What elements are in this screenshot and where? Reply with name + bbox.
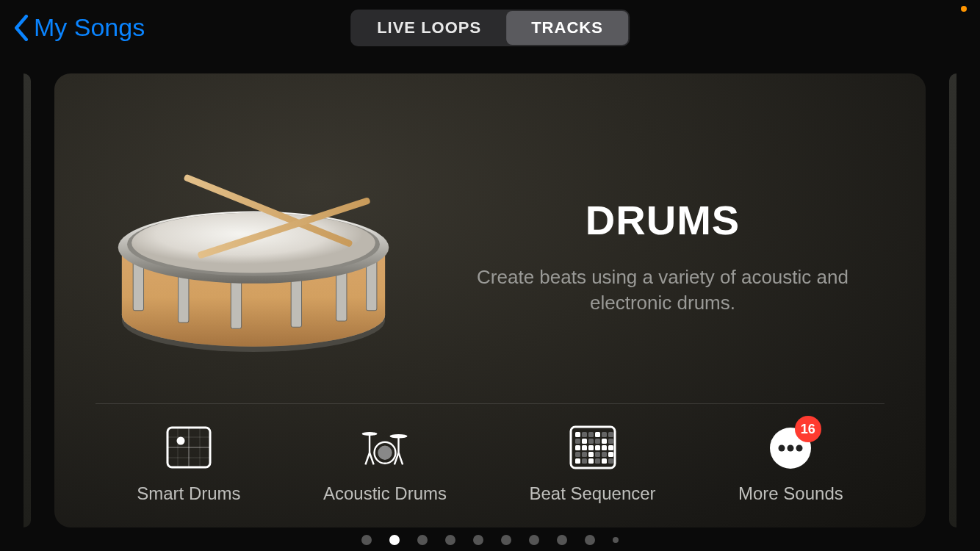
page-indicator[interactable] bbox=[361, 535, 619, 545]
card-options: Smart Drums bbox=[96, 420, 884, 510]
svg-point-63 bbox=[779, 445, 785, 452]
beat-sequencer-icon bbox=[569, 425, 617, 470]
svg-rect-53 bbox=[595, 452, 600, 457]
svg-rect-32 bbox=[575, 432, 580, 437]
svg-rect-60 bbox=[602, 458, 607, 464]
svg-rect-35 bbox=[595, 432, 600, 437]
page-dot[interactable] bbox=[529, 535, 539, 545]
svg-rect-44 bbox=[575, 445, 580, 450]
page-dot[interactable] bbox=[417, 535, 428, 545]
page-dot[interactable] bbox=[445, 535, 455, 545]
tab-live-loops[interactable]: LIVE LOOPS bbox=[352, 11, 506, 45]
svg-rect-55 bbox=[608, 452, 613, 457]
option-label: Smart Drums bbox=[137, 483, 240, 504]
topbar: My Songs LIVE LOOPS TRACKS bbox=[0, 0, 980, 55]
svg-line-27 bbox=[365, 453, 370, 464]
instrument-carousel[interactable]: DRUMS Create beats using a variety of ac… bbox=[0, 73, 980, 527]
page-dot[interactable] bbox=[389, 535, 400, 545]
page-dot[interactable] bbox=[501, 535, 511, 545]
card-hero: DRUMS Create beats using a variety of ac… bbox=[96, 109, 884, 403]
chevron-left-icon bbox=[13, 15, 29, 41]
prev-card-peek[interactable] bbox=[24, 73, 31, 527]
smart-drums-icon bbox=[165, 425, 213, 470]
svg-rect-42 bbox=[602, 439, 607, 444]
svg-rect-37 bbox=[608, 432, 613, 437]
page-dot[interactable] bbox=[557, 535, 567, 545]
option-acoustic-drums[interactable]: Acoustic Drums bbox=[323, 425, 447, 504]
mode-segmented-control: LIVE LOOPS TRACKS bbox=[350, 10, 630, 46]
svg-rect-50 bbox=[575, 452, 580, 457]
svg-rect-52 bbox=[588, 452, 594, 457]
svg-point-65 bbox=[796, 445, 803, 452]
svg-point-20 bbox=[176, 437, 184, 445]
card-description: Create beats using a variety of acoustic… bbox=[441, 264, 884, 316]
acoustic-drums-icon bbox=[361, 425, 409, 470]
svg-point-10 bbox=[131, 212, 375, 273]
svg-rect-46 bbox=[588, 445, 594, 450]
svg-line-28 bbox=[370, 453, 374, 464]
option-label: Beat Sequencer bbox=[529, 483, 655, 504]
svg-rect-33 bbox=[582, 432, 587, 437]
svg-line-30 bbox=[398, 453, 403, 464]
svg-point-64 bbox=[788, 445, 794, 452]
option-label: More Sounds bbox=[738, 483, 843, 504]
svg-rect-51 bbox=[582, 452, 587, 457]
svg-rect-61 bbox=[608, 458, 613, 464]
tab-tracks[interactable]: TRACKS bbox=[506, 11, 628, 45]
svg-rect-40 bbox=[588, 439, 594, 444]
svg-rect-49 bbox=[608, 445, 613, 450]
card-title: DRUMS bbox=[441, 196, 884, 244]
option-smart-drums[interactable]: Smart Drums bbox=[137, 425, 240, 504]
card-divider bbox=[96, 403, 884, 404]
svg-rect-54 bbox=[602, 452, 607, 457]
svg-rect-57 bbox=[582, 458, 587, 464]
drum-illustration bbox=[96, 135, 411, 378]
option-beat-sequencer[interactable]: Beat Sequencer bbox=[529, 425, 655, 504]
svg-rect-47 bbox=[595, 445, 600, 450]
more-sounds-badge: 16 bbox=[795, 416, 821, 442]
svg-point-26 bbox=[378, 446, 392, 460]
svg-rect-56 bbox=[575, 458, 580, 464]
svg-rect-45 bbox=[582, 445, 587, 450]
svg-rect-39 bbox=[582, 439, 587, 444]
svg-rect-34 bbox=[588, 432, 594, 437]
svg-rect-43 bbox=[608, 439, 613, 444]
instrument-card-drums: DRUMS Create beats using a variety of ac… bbox=[54, 73, 926, 527]
svg-rect-36 bbox=[602, 432, 607, 437]
page-dot[interactable] bbox=[585, 535, 595, 545]
svg-rect-58 bbox=[588, 458, 594, 464]
next-card-peek[interactable] bbox=[949, 73, 956, 527]
back-label: My Songs bbox=[34, 13, 145, 42]
svg-rect-59 bbox=[595, 458, 600, 464]
svg-rect-38 bbox=[575, 439, 580, 444]
back-my-songs-button[interactable]: My Songs bbox=[13, 13, 145, 42]
page-dot[interactable] bbox=[473, 535, 483, 545]
page-dot[interactable] bbox=[361, 535, 372, 545]
option-label: Acoustic Drums bbox=[323, 483, 447, 504]
option-more-sounds[interactable]: 16 More Sounds bbox=[738, 425, 843, 504]
svg-rect-41 bbox=[595, 439, 600, 444]
svg-rect-48 bbox=[602, 445, 607, 450]
page-dot[interactable] bbox=[613, 537, 619, 543]
